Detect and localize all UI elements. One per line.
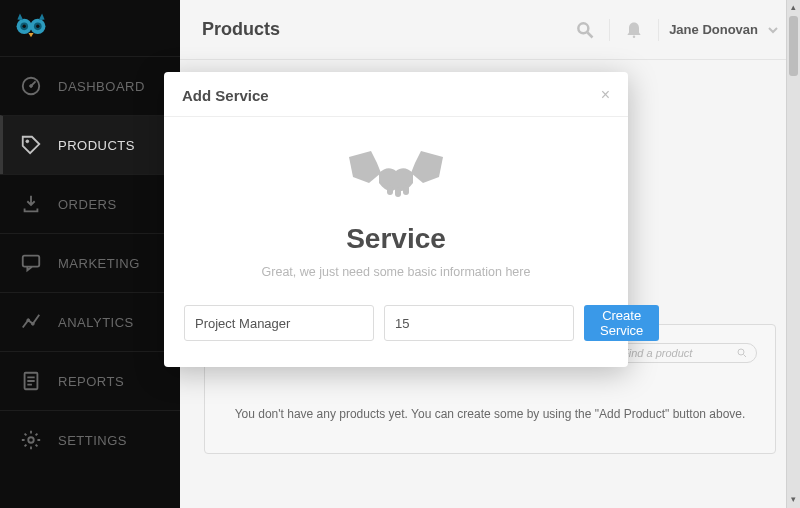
svg-rect-17 [387, 185, 393, 195]
close-icon[interactable]: × [601, 86, 610, 104]
add-service-modal: Add Service × Service Great, we just nee [164, 72, 628, 367]
handshake-icon [182, 143, 610, 211]
create-service-button[interactable]: Create Service [584, 305, 659, 341]
svg-rect-18 [395, 187, 401, 197]
modal-subtitle: Great, we just need some basic informati… [182, 265, 610, 279]
svg-rect-19 [403, 185, 409, 195]
modal-title: Add Service [182, 87, 269, 104]
modal-heading: Service [182, 223, 610, 255]
service-name-input[interactable] [184, 305, 374, 341]
service-price-input[interactable] [384, 305, 574, 341]
